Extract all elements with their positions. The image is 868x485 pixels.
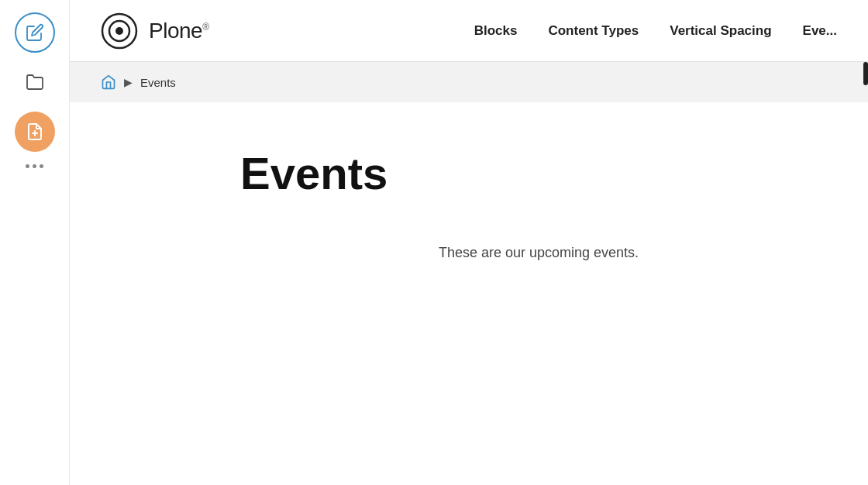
dot-1	[26, 164, 29, 168]
breadcrumb-separator: ▶	[124, 76, 133, 88]
folder-icon	[26, 73, 44, 91]
folder-button[interactable]	[15, 62, 55, 102]
svg-point-4	[115, 27, 123, 35]
plone-logo-icon	[101, 12, 138, 50]
dot-2	[33, 164, 36, 168]
page-title: Events	[240, 149, 837, 198]
edit-button[interactable]	[15, 12, 55, 53]
nav-item-vertical-spacing[interactable]: Vertical Spacing	[670, 23, 771, 39]
logo-text: Plone®	[149, 19, 208, 43]
breadcrumb-home[interactable]	[101, 74, 116, 90]
nav-menu: Blocks Content Types Vertical Spacing Ev…	[474, 23, 837, 39]
add-document-button[interactable]	[15, 112, 55, 152]
breadcrumb: ▶ Events	[70, 62, 868, 102]
main-content: Plone® Blocks Content Types Vertical Spa…	[70, 0, 868, 485]
breadcrumb-current-page: Events	[140, 76, 176, 89]
home-icon	[101, 74, 116, 90]
scrollbar-indicator	[863, 62, 868, 85]
more-options[interactable]	[26, 164, 43, 168]
logo-area: Plone®	[101, 12, 208, 50]
add-document-icon	[26, 122, 44, 141]
nav-item-events[interactable]: Eve...	[803, 23, 837, 39]
page-description: These are our upcoming events.	[240, 245, 837, 261]
sidebar	[0, 0, 70, 485]
header: Plone® Blocks Content Types Vertical Spa…	[70, 0, 868, 62]
page-content-area: Events These are our upcoming events.	[70, 102, 868, 485]
logo-trademark: ®	[202, 21, 208, 32]
nav-item-blocks[interactable]: Blocks	[474, 23, 518, 39]
nav-item-content-types[interactable]: Content Types	[548, 23, 639, 39]
edit-icon	[26, 23, 44, 42]
dot-3	[40, 164, 43, 168]
